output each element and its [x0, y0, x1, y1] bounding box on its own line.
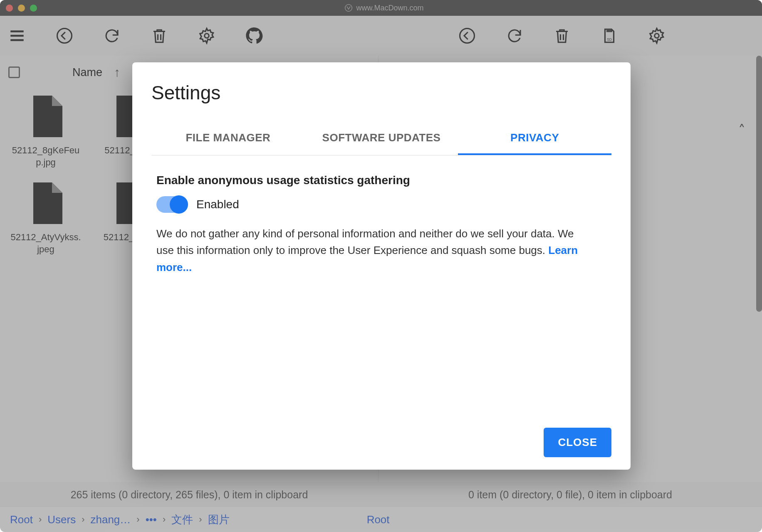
svg-point-5	[655, 34, 659, 38]
breadcrumb-separator: ›	[136, 514, 139, 525]
dialog-title: Settings	[151, 81, 611, 104]
minimize-window-button[interactable]	[18, 5, 25, 12]
breadcrumb-bar: Root›Users›zhang…›•••›文件›图片 Root	[0, 507, 762, 532]
svg-point-0	[345, 5, 352, 12]
breadcrumb-segment[interactable]: 文件	[171, 512, 193, 527]
sdcard-button[interactable]: SD	[601, 27, 618, 44]
refresh-button-left[interactable]	[103, 27, 121, 44]
sort-arrow-icon[interactable]: ↑	[114, 65, 120, 79]
file-icon	[21, 178, 71, 228]
file-name: 52112_AtyVykss.jpeg	[10, 232, 81, 255]
back-button-right[interactable]	[458, 27, 476, 44]
select-all-checkbox[interactable]	[8, 66, 20, 78]
settings-button-right[interactable]	[648, 27, 666, 44]
chevron-up-icon: ˄	[738, 122, 745, 138]
title-text: www.MacDown.com	[37, 4, 731, 12]
svg-point-1	[57, 29, 72, 43]
breadcrumb-segment[interactable]: Users	[47, 513, 76, 526]
setting-title: Enable anonymous usage statistics gather…	[156, 174, 606, 187]
breadcrumbs-left: Root›Users›zhang…›•••›文件›图片	[10, 512, 230, 527]
anonymous-stats-toggle[interactable]	[156, 196, 188, 213]
logo-icon	[344, 4, 353, 12]
title-url: www.MacDown.com	[356, 4, 423, 12]
titlebar: www.MacDown.com	[0, 0, 762, 16]
svg-point-2	[205, 34, 209, 38]
breadcrumbs-right: Root	[367, 513, 390, 526]
settings-tabs: FILE MANAGERSOFTWARE UPDATESPRIVACY	[151, 122, 611, 155]
delete-button-right[interactable]	[553, 27, 571, 44]
status-left: 265 items (0 directory, 265 files), 0 it…	[0, 489, 379, 501]
breadcrumb-separator: ›	[163, 514, 166, 525]
setting-desc-text: We do not gather any kind of personal in…	[156, 227, 574, 256]
close-window-button[interactable]	[6, 5, 13, 12]
toolbar: SD	[0, 16, 762, 56]
scrollbar[interactable]	[756, 56, 762, 312]
breadcrumb-segment[interactable]: Root	[367, 513, 390, 526]
refresh-button-right[interactable]	[506, 27, 523, 44]
tab-privacy[interactable]: PRIVACY	[458, 122, 611, 155]
settings-dialog: Settings FILE MANAGERSOFTWARE UPDATESPRI…	[132, 62, 631, 470]
delete-button-left[interactable]	[151, 27, 168, 44]
github-button[interactable]	[245, 27, 263, 44]
settings-button-left[interactable]	[198, 27, 215, 44]
privacy-setting: Enable anonymous usage statistics gather…	[151, 174, 611, 276]
svg-text:SD: SD	[607, 37, 612, 42]
tab-software-updates[interactable]: SOFTWARE UPDATES	[305, 122, 458, 155]
status-bar: 265 items (0 directory, 265 files), 0 it…	[0, 482, 762, 507]
file-name: 52112_8gKeFeup.jpg	[10, 145, 81, 168]
file-icon	[21, 91, 71, 141]
breadcrumb-separator: ›	[199, 514, 202, 525]
breadcrumb-segment[interactable]: 图片	[208, 512, 230, 527]
toggle-label: Enabled	[196, 198, 239, 211]
breadcrumb-separator: ›	[39, 514, 42, 525]
status-right: 0 item (0 directory, 0 file), 0 item in …	[379, 489, 762, 501]
window-controls	[6, 5, 37, 12]
file-item[interactable]: 52112_8gKeFeup.jpg	[8, 91, 83, 168]
tab-file-manager[interactable]: FILE MANAGER	[151, 122, 305, 155]
breadcrumb-segment[interactable]: Root	[10, 513, 33, 526]
breadcrumb-segment[interactable]: zhang…	[90, 513, 131, 526]
setting-description: We do not gather any kind of personal in…	[156, 225, 593, 276]
menu-button[interactable]	[8, 27, 26, 44]
close-button[interactable]: CLOSE	[544, 428, 611, 457]
file-item[interactable]: 52112_AtyVykss.jpeg	[8, 178, 83, 255]
breadcrumb-separator: ›	[82, 514, 84, 525]
breadcrumb-segment[interactable]: •••	[146, 513, 157, 526]
column-name[interactable]: Name	[72, 66, 102, 79]
app-window: www.MacDown.com SD	[0, 0, 762, 532]
svg-point-3	[460, 29, 475, 43]
back-button-left[interactable]	[56, 27, 73, 44]
maximize-window-button[interactable]	[30, 5, 37, 12]
